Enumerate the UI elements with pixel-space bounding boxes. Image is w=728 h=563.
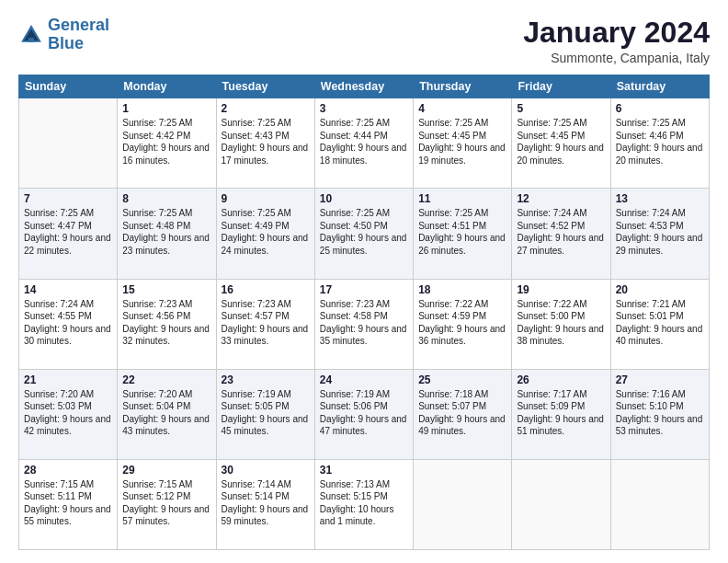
calendar-header-row: Sunday Monday Tuesday Wednesday Thursday…	[19, 75, 710, 98]
day-info: Sunrise: 7:25 AM Sunset: 4:49 PM Dayligh…	[222, 207, 310, 257]
table-row: 15 Sunrise: 7:23 AM Sunset: 4:56 PM Dayl…	[118, 279, 216, 369]
daylight-text: Daylight: 9 hours and 16 minutes.	[122, 143, 210, 166]
day-number: 5	[517, 102, 605, 115]
table-row: 17 Sunrise: 7:23 AM Sunset: 4:58 PM Dayl…	[314, 279, 413, 369]
day-info: Sunrise: 7:16 AM Sunset: 5:10 PM Dayligh…	[616, 388, 704, 438]
day-info: Sunrise: 7:25 AM Sunset: 4:44 PM Dayligh…	[320, 117, 408, 167]
sunset-text: Sunset: 5:10 PM	[616, 401, 684, 411]
sunset-text: Sunset: 4:45 PM	[418, 131, 486, 141]
day-number: 22	[122, 373, 210, 386]
logo: General Blue	[18, 17, 109, 53]
day-number: 3	[320, 102, 408, 115]
day-number: 1	[122, 102, 210, 115]
day-info: Sunrise: 7:25 AM Sunset: 4:50 PM Dayligh…	[320, 207, 408, 257]
table-row: 29 Sunrise: 7:15 AM Sunset: 5:12 PM Dayl…	[118, 459, 216, 549]
daylight-text: Daylight: 9 hours and 22 minutes.	[24, 233, 111, 256]
table-row: 16 Sunrise: 7:23 AM Sunset: 4:57 PM Dayl…	[216, 279, 314, 369]
day-info: Sunrise: 7:20 AM Sunset: 5:03 PM Dayligh…	[24, 388, 112, 438]
table-row: 25 Sunrise: 7:18 AM Sunset: 5:07 PM Dayl…	[414, 369, 512, 459]
sunset-text: Sunset: 5:00 PM	[517, 311, 585, 321]
daylight-text: Daylight: 9 hours and 42 minutes.	[24, 414, 111, 437]
title-block: January 2024 Summonte, Campania, Italy	[523, 17, 710, 65]
daylight-text: Daylight: 9 hours and 27 minutes.	[517, 233, 604, 256]
sunset-text: Sunset: 5:03 PM	[24, 401, 92, 411]
daylight-text: Daylight: 9 hours and 20 minutes.	[517, 143, 604, 166]
sunset-text: Sunset: 4:46 PM	[616, 131, 684, 141]
daylight-text: Daylight: 9 hours and 35 minutes.	[320, 324, 407, 347]
sunset-text: Sunset: 5:14 PM	[222, 491, 290, 501]
day-number: 7	[24, 192, 112, 205]
sunset-text: Sunset: 5:15 PM	[320, 491, 388, 501]
table-row: 27 Sunrise: 7:16 AM Sunset: 5:10 PM Dayl…	[610, 369, 709, 459]
calendar-week-row: 21 Sunrise: 7:20 AM Sunset: 5:03 PM Dayl…	[19, 369, 710, 459]
day-info: Sunrise: 7:25 AM Sunset: 4:47 PM Dayligh…	[24, 207, 112, 257]
daylight-text: Daylight: 9 hours and 17 minutes.	[222, 143, 309, 166]
sunrise-text: Sunrise: 7:25 AM	[418, 208, 488, 218]
daylight-text: Daylight: 9 hours and 43 minutes.	[122, 414, 210, 437]
sunset-text: Sunset: 4:49 PM	[222, 221, 290, 231]
sunrise-text: Sunrise: 7:25 AM	[222, 118, 291, 128]
day-number: 25	[418, 373, 506, 386]
day-info: Sunrise: 7:13 AM Sunset: 5:15 PM Dayligh…	[320, 478, 408, 528]
table-row: 9 Sunrise: 7:25 AM Sunset: 4:49 PM Dayli…	[216, 189, 314, 279]
day-info: Sunrise: 7:23 AM Sunset: 4:57 PM Dayligh…	[222, 298, 310, 348]
calendar-week-row: 28 Sunrise: 7:15 AM Sunset: 5:11 PM Dayl…	[19, 459, 710, 549]
sunrise-text: Sunrise: 7:18 AM	[418, 389, 488, 399]
day-info: Sunrise: 7:25 AM Sunset: 4:51 PM Dayligh…	[418, 207, 506, 257]
day-info: Sunrise: 7:23 AM Sunset: 4:56 PM Dayligh…	[122, 298, 210, 348]
day-info: Sunrise: 7:25 AM Sunset: 4:45 PM Dayligh…	[517, 117, 605, 167]
sunrise-text: Sunrise: 7:25 AM	[122, 208, 192, 218]
daylight-text: Daylight: 9 hours and 57 minutes.	[122, 504, 210, 527]
sunrise-text: Sunrise: 7:16 AM	[616, 389, 686, 399]
sunrise-text: Sunrise: 7:25 AM	[222, 208, 291, 218]
sunset-text: Sunset: 5:01 PM	[616, 311, 684, 321]
sunset-text: Sunset: 4:58 PM	[320, 311, 388, 321]
day-number: 28	[24, 464, 112, 477]
sunrise-text: Sunrise: 7:25 AM	[24, 208, 94, 218]
sunrise-text: Sunrise: 7:19 AM	[222, 389, 291, 399]
daylight-text: Daylight: 9 hours and 23 minutes.	[122, 233, 210, 256]
table-row: 1 Sunrise: 7:25 AM Sunset: 4:42 PM Dayli…	[118, 98, 216, 189]
sunset-text: Sunset: 5:09 PM	[517, 401, 585, 411]
day-info: Sunrise: 7:25 AM Sunset: 4:42 PM Dayligh…	[122, 117, 210, 167]
day-info: Sunrise: 7:22 AM Sunset: 5:00 PM Dayligh…	[517, 298, 605, 348]
table-row: 10 Sunrise: 7:25 AM Sunset: 4:50 PM Dayl…	[314, 189, 413, 279]
col-wednesday: Wednesday	[314, 75, 413, 98]
sunset-text: Sunset: 5:07 PM	[418, 401, 486, 411]
sunset-text: Sunset: 4:50 PM	[320, 221, 388, 231]
table-row: 3 Sunrise: 7:25 AM Sunset: 4:44 PM Dayli…	[314, 98, 413, 189]
calendar-table: Sunday Monday Tuesday Wednesday Thursday…	[18, 75, 710, 550]
month-title: January 2024	[523, 17, 710, 49]
col-friday: Friday	[512, 75, 610, 98]
col-sunday: Sunday	[19, 75, 118, 98]
table-row: 5 Sunrise: 7:25 AM Sunset: 4:45 PM Dayli…	[512, 98, 610, 189]
logo-general: General	[48, 16, 109, 34]
table-row: 8 Sunrise: 7:25 AM Sunset: 4:48 PM Dayli…	[118, 189, 216, 279]
calendar-week-row: 7 Sunrise: 7:25 AM Sunset: 4:47 PM Dayli…	[19, 189, 710, 279]
daylight-text: Daylight: 9 hours and 51 minutes.	[517, 414, 604, 437]
sunrise-text: Sunrise: 7:15 AM	[122, 479, 192, 489]
page: General Blue January 2024 Summonte, Camp…	[0, 0, 728, 563]
col-saturday: Saturday	[610, 75, 709, 98]
daylight-text: Daylight: 10 hours and 1 minute.	[320, 504, 394, 527]
calendar-week-row: 14 Sunrise: 7:24 AM Sunset: 4:55 PM Dayl…	[19, 279, 710, 369]
sunrise-text: Sunrise: 7:25 AM	[418, 118, 488, 128]
day-number: 27	[616, 373, 704, 386]
day-info: Sunrise: 7:19 AM Sunset: 5:05 PM Dayligh…	[222, 388, 310, 438]
day-number: 12	[517, 192, 605, 205]
daylight-text: Daylight: 9 hours and 32 minutes.	[122, 324, 210, 347]
sunset-text: Sunset: 4:47 PM	[24, 221, 92, 231]
day-number: 11	[418, 192, 506, 205]
day-number: 24	[320, 373, 408, 386]
day-info: Sunrise: 7:18 AM Sunset: 5:07 PM Dayligh…	[418, 388, 506, 438]
calendar-week-row: 1 Sunrise: 7:25 AM Sunset: 4:42 PM Dayli…	[19, 98, 710, 189]
table-row: 23 Sunrise: 7:19 AM Sunset: 5:05 PM Dayl…	[216, 369, 314, 459]
sunrise-text: Sunrise: 7:15 AM	[24, 479, 94, 489]
table-row: 13 Sunrise: 7:24 AM Sunset: 4:53 PM Dayl…	[610, 189, 709, 279]
day-number: 31	[320, 464, 408, 477]
day-info: Sunrise: 7:24 AM Sunset: 4:55 PM Dayligh…	[24, 298, 112, 348]
day-number: 2	[222, 102, 310, 115]
day-info: Sunrise: 7:25 AM Sunset: 4:46 PM Dayligh…	[616, 117, 704, 167]
daylight-text: Daylight: 9 hours and 55 minutes.	[24, 504, 111, 527]
day-number: 26	[517, 373, 605, 386]
